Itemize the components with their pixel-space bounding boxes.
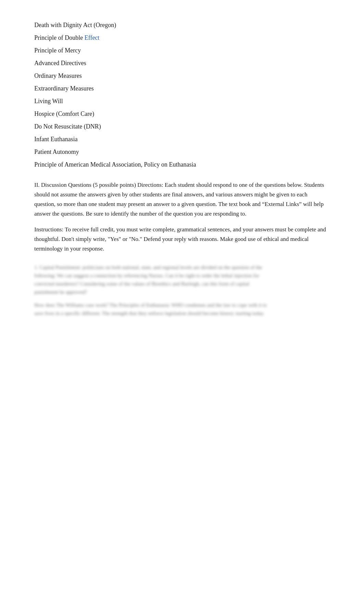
- topic-ordinary-measures-label: Ordinary Measures: [34, 72, 82, 79]
- topic-hospice[interactable]: Hospice (Comfort Care): [34, 109, 330, 119]
- topic-list: Death with Dignity Act (Oregon) Principl…: [34, 21, 330, 169]
- topic-dnr-label: Do Not Resuscitate (DNR): [34, 123, 101, 130]
- topic-extraordinary-measures[interactable]: Extraordinary Measures: [34, 84, 330, 93]
- topic-double-effect-plain: Principle of Double: [34, 34, 84, 41]
- topic-infant-euthanasia-label: Infant Euthanasia: [34, 136, 77, 143]
- topic-infant-euthanasia[interactable]: Infant Euthanasia: [34, 135, 330, 144]
- topic-dnr[interactable]: Do Not Resuscitate (DNR): [34, 122, 330, 131]
- topic-advanced-directives-label: Advanced Directives: [34, 60, 86, 66]
- blurred-para-2: How does The Williams case work? The Pri…: [34, 301, 267, 317]
- topic-hospice-label: Hospice (Comfort Care): [34, 110, 94, 117]
- discussion-heading: II. Discussion Questions (5 possible poi…: [34, 180, 330, 219]
- discussion-instructions: Instructions: To receive full credit, yo…: [34, 225, 330, 254]
- topic-ama-policy[interactable]: Principle of American Medical Associatio…: [34, 160, 330, 169]
- topic-extraordinary-measures-label: Extraordinary Measures: [34, 85, 94, 92]
- topic-patient-autonomy[interactable]: Patient Autonomy: [34, 147, 330, 157]
- topic-patient-autonomy-label: Patient Autonomy: [34, 148, 79, 155]
- topic-death-dignity-label: Death with Dignity Act (Oregon): [34, 22, 116, 28]
- topic-ama-policy-label: Principle of American Medical Associatio…: [34, 161, 196, 168]
- topic-living-will-label: Living Will: [34, 98, 63, 105]
- topic-mercy[interactable]: Principle of Mercy: [34, 46, 330, 55]
- blurred-para-1: 1. Capital Punishment: politicians on bo…: [34, 263, 267, 296]
- topic-double-effect-highlight: Effect: [84, 34, 99, 41]
- topic-double-effect[interactable]: Principle of Double Effect: [34, 33, 330, 43]
- topic-advanced-directives[interactable]: Advanced Directives: [34, 59, 330, 68]
- topic-mercy-label: Principle of Mercy: [34, 47, 81, 54]
- discussion-section: II. Discussion Questions (5 possible poi…: [34, 180, 330, 254]
- blurred-content: 1. Capital Punishment: politicians on bo…: [34, 263, 330, 317]
- topic-death-dignity[interactable]: Death with Dignity Act (Oregon): [34, 21, 330, 30]
- topic-living-will[interactable]: Living Will: [34, 97, 330, 106]
- topic-ordinary-measures[interactable]: Ordinary Measures: [34, 71, 330, 81]
